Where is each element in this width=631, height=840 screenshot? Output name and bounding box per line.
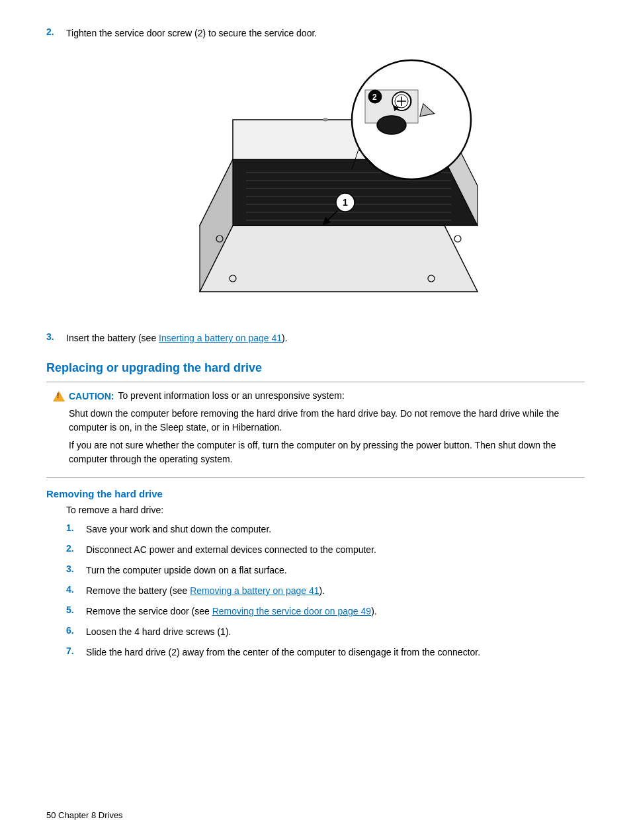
- step-text: Save your work and shut down the compute…: [86, 523, 271, 536]
- insert-battery-link[interactable]: Inserting a battery on page 41: [159, 333, 282, 343]
- step-6: 6. Loosen the 4 hard drive screws (1).: [66, 625, 585, 639]
- step2-top: 2. Tighten the service door screw (2) to…: [46, 26, 585, 40]
- step-text: Remove the service door (see Removing th…: [86, 605, 377, 618]
- step-number: 7.: [66, 646, 86, 656]
- step-5: 5. Remove the service door (see Removing…: [66, 605, 585, 618]
- step-number: 2.: [66, 543, 86, 554]
- section-heading: Replacing or upgrading the hard drive: [46, 361, 585, 375]
- steps-list: 1. Save your work and shut down the comp…: [66, 523, 585, 659]
- intro-text: To remove a hard drive:: [66, 503, 585, 517]
- step-number: 1.: [66, 523, 86, 533]
- caution-paragraph-2: If you are not sure whether the computer…: [69, 439, 578, 466]
- step-text: Turn the computer upside down on a flat …: [86, 564, 287, 577]
- remove-service-door-link[interactable]: Removing the service door on page 49: [212, 606, 371, 616]
- page-footer: 50 Chapter 8 Drives: [46, 810, 123, 820]
- step-number: 3.: [66, 564, 86, 574]
- step-text: Slide the hard drive (2) away from the c…: [86, 646, 480, 659]
- laptop-diagram: 1 2: [160, 54, 491, 318]
- diagram-container: 1 2: [66, 54, 585, 318]
- step-number: 2.: [46, 26, 66, 37]
- step-number: 5.: [66, 605, 86, 615]
- subsection-heading: Removing the hard drive: [46, 488, 585, 499]
- step-3: 3. Turn the computer upside down on a fl…: [66, 564, 585, 577]
- svg-text:1: 1: [343, 197, 348, 208]
- caution-label: CAUTION:: [69, 391, 114, 401]
- step-4: 4. Remove the battery (see Removing a ba…: [66, 584, 585, 598]
- svg-point-13: [454, 235, 461, 242]
- step-number: 3.: [46, 331, 66, 342]
- step-text: Tighten the service door screw (2) to se…: [66, 26, 317, 40]
- step-number: 6.: [66, 625, 86, 636]
- caution-box: CAUTION: To prevent information loss or …: [46, 382, 585, 478]
- step-number: 4.: [66, 584, 86, 595]
- step-text: Remove the battery (see Removing a batte…: [86, 584, 325, 598]
- caution-paragraph-1: Shut down the computer before removing t…: [69, 407, 578, 435]
- step-2: 2. Disconnect AC power and external devi…: [66, 543, 585, 557]
- step3-insert-battery: 3. Insert the battery (see Inserting a b…: [46, 331, 585, 345]
- step-text: Disconnect AC power and external devices…: [86, 543, 376, 557]
- caution-header: CAUTION: To prevent information loss or …: [53, 389, 578, 403]
- svg-text:2: 2: [372, 93, 377, 102]
- step-text: Loosen the 4 hard drive screws (1).: [86, 625, 231, 639]
- remove-battery-link[interactable]: Removing a battery on page 41: [190, 585, 319, 596]
- svg-point-29: [377, 116, 406, 134]
- caution-triangle-icon: [53, 391, 65, 401]
- svg-point-16: [323, 118, 328, 121]
- caution-intro-text: To prevent information loss or an unresp…: [118, 389, 344, 403]
- svg-marker-0: [200, 226, 478, 292]
- step-1: 1. Save your work and shut down the comp…: [66, 523, 585, 536]
- step-text: Insert the battery (see Inserting a batt…: [66, 331, 288, 345]
- step-7: 7. Slide the hard drive (2) away from th…: [66, 646, 585, 659]
